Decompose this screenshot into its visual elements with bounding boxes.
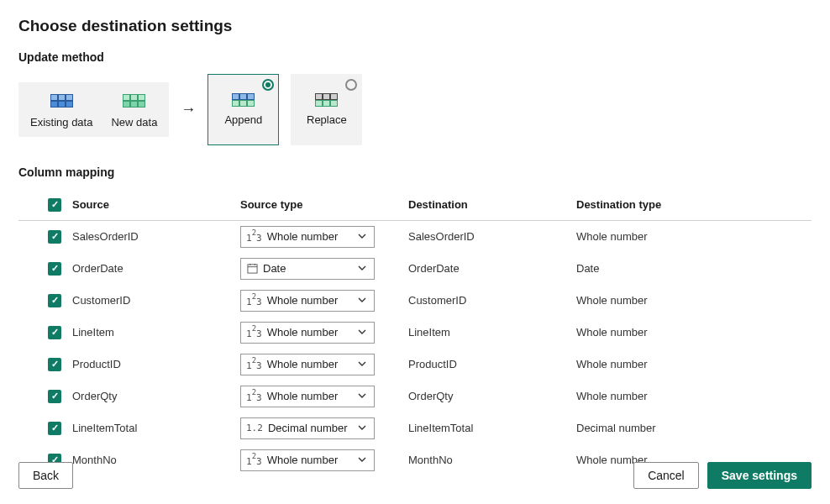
checkbox-all[interactable] — [48, 198, 61, 212]
source-type-label: Whole number — [267, 230, 355, 243]
table-row: LineItemTotal1.2Decimal numberLineItemTo… — [18, 412, 812, 444]
destination-type-cell: Decimal number — [576, 412, 812, 444]
header-destination: Destination — [408, 189, 576, 220]
source-cell: LineItem — [72, 317, 240, 349]
row-checkbox[interactable] — [48, 422, 61, 435]
replace-icon — [315, 93, 338, 107]
chevron-down-icon — [355, 390, 369, 402]
decimal-type-icon: 1.2 — [246, 423, 263, 433]
append-icon — [232, 93, 255, 107]
legend-existing: Existing data — [30, 94, 92, 129]
legend-newdata: New data — [111, 94, 157, 129]
source-type-dropdown[interactable]: 123Whole number — [240, 354, 375, 375]
row-checkbox[interactable] — [48, 262, 61, 276]
source-cell: ProductID — [72, 349, 240, 381]
destination-type-cell: Whole number — [576, 349, 812, 381]
destination-cell: CustomerID — [408, 285, 576, 317]
destination-type-cell: Whole number — [576, 381, 812, 412]
table-row: CustomerID123Whole numberCustomerIDWhole… — [18, 285, 812, 317]
table-row: SalesOrderID123Whole numberSalesOrderIDW… — [18, 220, 812, 253]
destination-type-cell: Whole number — [576, 285, 812, 317]
column-mapping-table: Source Source type Destination Destinati… — [18, 189, 812, 476]
row-checkbox[interactable] — [48, 294, 61, 307]
section-column-mapping: Column mapping — [18, 165, 812, 179]
footer: Back Cancel Save settings — [18, 462, 812, 489]
row-checkbox[interactable] — [48, 390, 61, 403]
source-cell: LineItemTotal — [72, 412, 240, 444]
source-type-dropdown[interactable]: 123Whole number — [240, 290, 375, 312]
row-checkbox[interactable] — [48, 230, 61, 244]
source-type-label: Whole number — [267, 326, 355, 339]
source-type-dropdown[interactable]: 1.2Decimal number — [240, 417, 375, 439]
save-settings-button[interactable]: Save settings — [707, 462, 812, 489]
source-type-label: Whole number — [267, 358, 355, 370]
whole-number-type-icon: 123 — [246, 230, 262, 244]
source-cell: CustomerID — [72, 285, 240, 317]
source-cell: OrderDate — [72, 253, 240, 285]
cancel-button[interactable]: Cancel — [633, 462, 699, 489]
table-row: ProductID123Whole numberProductIDWhole n… — [18, 349, 812, 381]
destination-cell: SalesOrderID — [408, 220, 576, 253]
source-type-dropdown[interactable]: 123Whole number — [240, 322, 375, 344]
legend-existing-label: Existing data — [30, 116, 92, 129]
destination-cell: LineItemTotal — [408, 412, 576, 444]
whole-number-type-icon: 123 — [246, 358, 262, 371]
calendar-type-icon — [246, 263, 258, 274]
section-update-method: Update method — [18, 50, 812, 64]
header-source: Source — [72, 189, 240, 220]
source-cell: OrderQty — [72, 381, 240, 412]
header-source-type: Source type — [240, 189, 408, 220]
radio-icon — [262, 79, 274, 91]
source-type-dropdown[interactable]: 123Whole number — [240, 386, 375, 407]
destination-cell: LineItem — [408, 317, 576, 349]
table-row: OrderDateDateOrderDateDate — [18, 253, 812, 285]
destination-type-cell: Whole number — [576, 317, 812, 349]
row-checkbox[interactable] — [48, 326, 61, 339]
header-destination-type: Destination type — [576, 189, 812, 220]
table-row: OrderQty123Whole numberOrderQtyWhole num… — [18, 381, 812, 412]
legend-box: Existing data New data — [18, 82, 169, 137]
chevron-down-icon — [355, 294, 369, 307]
back-button[interactable]: Back — [18, 462, 73, 489]
source-type-label: Whole number — [267, 390, 355, 402]
destination-cell: ProductID — [408, 349, 576, 381]
table-header-row: Source Source type Destination Destinati… — [18, 189, 812, 220]
update-method-row: Existing data New data → Append Replace — [18, 74, 812, 145]
whole-number-type-icon: 123 — [246, 294, 262, 307]
whole-number-type-icon: 123 — [246, 326, 262, 339]
chevron-down-icon — [355, 358, 369, 370]
destination-cell: OrderDate — [408, 253, 576, 285]
source-type-label: Decimal number — [268, 422, 355, 434]
destination-cell: OrderQty — [408, 381, 576, 412]
chevron-down-icon — [355, 422, 369, 434]
whole-number-type-icon: 123 — [246, 390, 262, 403]
column-mapping-table-container: Source Source type Destination Destinati… — [18, 189, 812, 476]
page-title: Choose destination settings — [18, 17, 812, 35]
svg-rect-0 — [247, 265, 256, 273]
source-type-label: Date — [263, 262, 355, 275]
table-row: LineItem123Whole numberLineItemWhole num… — [18, 317, 812, 349]
existing-data-icon — [50, 94, 73, 108]
method-replace-label: Replace — [307, 113, 347, 126]
legend-newdata-label: New data — [111, 116, 157, 129]
source-type-label: Whole number — [267, 294, 355, 307]
destination-type-cell: Whole number — [576, 220, 812, 253]
radio-icon — [345, 79, 357, 91]
method-append[interactable]: Append — [208, 74, 279, 145]
new-data-icon — [123, 94, 145, 108]
chevron-down-icon — [355, 262, 369, 275]
method-append-label: Append — [224, 113, 262, 126]
method-replace[interactable]: Replace — [291, 74, 362, 145]
source-type-dropdown[interactable]: 123Whole number — [240, 226, 375, 248]
arrow-icon: → — [181, 101, 196, 118]
destination-type-cell: Date — [576, 253, 812, 285]
source-cell: SalesOrderID — [72, 220, 240, 253]
source-type-dropdown[interactable]: Date — [240, 258, 375, 280]
row-checkbox[interactable] — [48, 358, 61, 371]
chevron-down-icon — [355, 230, 369, 243]
chevron-down-icon — [355, 326, 369, 339]
